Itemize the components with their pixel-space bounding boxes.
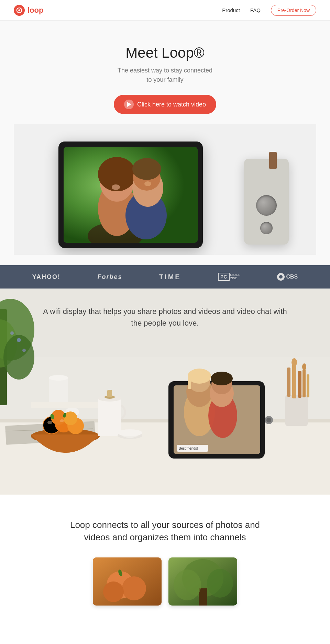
- play-triangle: [127, 102, 131, 107]
- svg-rect-71: [302, 369, 306, 397]
- preorder-button[interactable]: Pre-Order Now: [271, 5, 316, 16]
- svg-point-78: [103, 581, 124, 602]
- press-pcmag: PC MAGA-ZINE: [218, 273, 240, 281]
- svg-rect-73: [307, 374, 309, 397]
- device-screen: [64, 147, 198, 243]
- svg-rect-68: [292, 364, 296, 398]
- svg-point-56: [188, 369, 211, 384]
- svg-rect-30: [31, 402, 100, 408]
- press-yahoo: YAHOO!: [32, 273, 60, 281]
- cbs-eye-icon: [277, 273, 285, 281]
- connect-description: Loop connects to all your sources of pho…: [62, 519, 268, 544]
- play-icon: [124, 100, 134, 109]
- thumb-family: [168, 557, 237, 606]
- device-knob-large: [256, 195, 277, 216]
- svg-point-23: [10, 331, 14, 335]
- svg-point-49: [118, 429, 142, 436]
- press-cbs: CBS: [277, 273, 298, 281]
- svg-point-72: [302, 363, 306, 370]
- svg-rect-26: [49, 378, 68, 405]
- nav-links: Product FAQ Pre-Order Now: [222, 5, 316, 16]
- svg-point-40: [47, 421, 52, 424]
- svg-point-77: [122, 576, 146, 600]
- svg-rect-70: [298, 371, 301, 398]
- thumb-food: [93, 557, 162, 606]
- hero-product-image: [14, 124, 316, 255]
- pc-box: PC: [218, 273, 229, 281]
- device-plug: [269, 152, 277, 169]
- svg-point-11: [112, 184, 120, 190]
- svg-rect-57: [188, 375, 191, 389]
- cbs-eye-inner: [279, 275, 283, 279]
- feature-section: Best friends! A wifi display that helps …: [0, 289, 330, 495]
- svg-text:Best friends!: Best friends!: [179, 447, 198, 450]
- nav-product-link[interactable]: Product: [222, 7, 240, 13]
- device-screen-inner: [64, 147, 198, 243]
- svg-point-10: [132, 158, 161, 180]
- press-forbes: Forbes: [97, 273, 122, 281]
- device-knob-small: [260, 222, 273, 234]
- logo[interactable]: loop: [14, 5, 43, 16]
- svg-point-1: [18, 9, 20, 11]
- svg-rect-47: [107, 390, 112, 397]
- connect-section: Loop connects to all your sources of pho…: [0, 495, 330, 633]
- loop-device-main: [58, 142, 203, 248]
- svg-point-27: [49, 375, 68, 381]
- press-time: TIME: [159, 273, 181, 281]
- svg-point-24: [22, 349, 26, 352]
- hero-title: Meet Loop®: [14, 45, 316, 61]
- feature-description: A wifi display that helps you share phot…: [41, 306, 289, 329]
- svg-point-22: [17, 338, 21, 342]
- svg-point-61: [211, 372, 233, 385]
- svg-point-41: [60, 419, 64, 422]
- logo-text: loop: [28, 6, 43, 15]
- svg-point-83: [174, 569, 201, 600]
- navbar: loop Product FAQ Pre-Order Now: [0, 0, 330, 21]
- svg-point-12: [144, 181, 151, 186]
- hero-section: Meet Loop® The easiest way to stay conne…: [0, 21, 330, 265]
- watch-video-button[interactable]: Click here to watch video: [114, 95, 216, 114]
- channel-thumbnails: [14, 557, 316, 619]
- logo-icon: [14, 5, 25, 16]
- svg-point-69: [292, 358, 297, 366]
- svg-point-65: [266, 418, 271, 422]
- feature-text: A wifi display that helps you share phot…: [0, 306, 330, 329]
- svg-rect-44: [98, 398, 121, 436]
- svg-rect-66: [285, 395, 308, 426]
- pc-mag-text: MAGA-ZINE: [230, 274, 241, 280]
- loop-device-side: [244, 159, 289, 245]
- hero-subtitle: The easiest way to stay connected to you…: [14, 66, 316, 84]
- svg-point-84: [207, 569, 233, 598]
- svg-rect-67: [287, 368, 290, 397]
- press-bar: YAHOO! Forbes TIME PC MAGA-ZINE CBS: [0, 265, 330, 289]
- nav-faq-link[interactable]: FAQ: [250, 7, 261, 13]
